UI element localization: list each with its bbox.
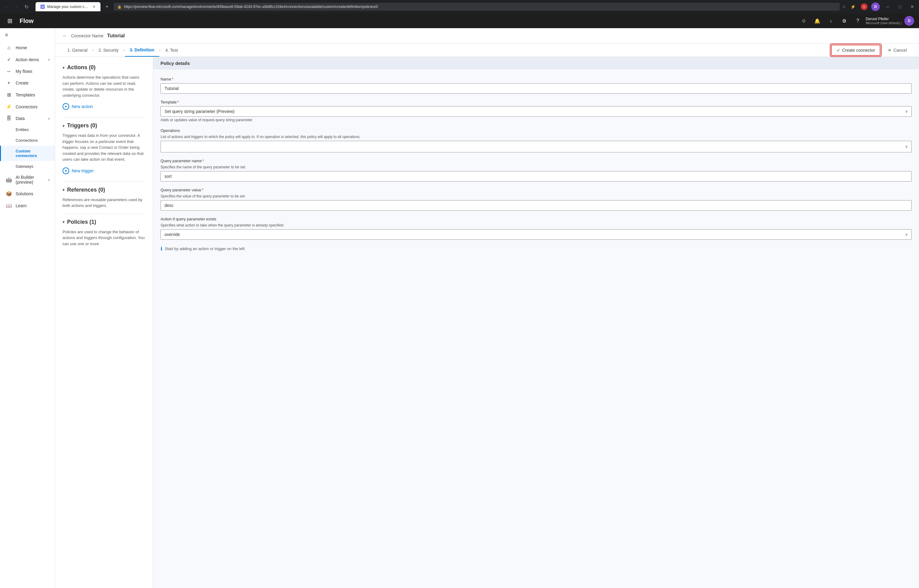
waffle-icon[interactable]: ⊞: [5, 16, 15, 26]
template-field: Template* Set query string parameter (Pr…: [160, 100, 912, 122]
settings-button[interactable]: ⚙: [839, 15, 850, 26]
policies-description: Policies are used to change the behavior…: [63, 229, 146, 247]
sidebar-item-action-items[interactable]: ✓ Action items ∨: [0, 53, 55, 66]
operations-input[interactable]: [160, 141, 912, 152]
new-trigger-button[interactable]: + New trigger: [63, 168, 94, 174]
policies-section-header: ▾ Policies (1): [63, 219, 146, 225]
sidebar-item-learn[interactable]: 📖 Learn: [0, 200, 55, 212]
step-general[interactable]: 1. General: [63, 44, 92, 57]
new-action-button[interactable]: + New action: [63, 103, 93, 110]
favorite-icon[interactable]: ☆: [842, 4, 846, 9]
sidebar-item-data[interactable]: 🗄 Data ∧: [0, 113, 55, 124]
step-actions: ✓ Create connector ✕ Cancel: [831, 45, 912, 56]
back-nav-button[interactable]: ←: [2, 2, 11, 11]
sidebar-create-label: Create: [16, 81, 29, 86]
step-security[interactable]: 2. Security: [94, 44, 123, 57]
user-name: Denzel Pfeifer: [866, 17, 902, 21]
references-collapse-icon[interactable]: ▾: [63, 187, 65, 192]
step-test-label: 4. Test: [165, 48, 178, 53]
sidebar-item-create[interactable]: + Create: [0, 77, 55, 89]
data-icon: 🗄: [6, 116, 12, 121]
template-select[interactable]: Set query string parameter (Preview): [160, 106, 912, 116]
sidebar-item-my-flows[interactable]: ↔ My flows: [0, 66, 55, 77]
sidebar: ≡ ⌂ Home ✓ Action items ∨ ↔ My flows + C…: [0, 28, 55, 588]
emoji-button[interactable]: ☺: [798, 15, 809, 26]
sidebar-item-templates[interactable]: ⊞ Templates: [0, 89, 55, 101]
query-param-name-required: *: [202, 158, 204, 163]
sidebar-collapse-button[interactable]: ≡: [0, 28, 55, 42]
new-tab-button[interactable]: +: [103, 2, 111, 11]
step-general-label: 1. General: [67, 48, 87, 53]
create-icon: +: [6, 80, 12, 86]
action-if-exists-select-wrapper: override ∨: [160, 229, 912, 240]
sidebar-item-connections[interactable]: Connections: [0, 135, 55, 146]
left-panel: ▾ Actions (0) Actions determine the oper…: [55, 57, 153, 588]
back-button[interactable]: ←: [63, 33, 67, 39]
browser-actions: ⚡ O D ─ □ ✕: [849, 2, 917, 11]
policies-collapse-icon[interactable]: ▾: [63, 220, 65, 225]
user-avatar[interactable]: D: [904, 16, 914, 26]
main-area: ≡ ⌂ Home ✓ Action items ∨ ↔ My flows + C…: [0, 28, 919, 588]
name-input[interactable]: [160, 83, 912, 94]
sidebar-learn-label: Learn: [16, 203, 27, 208]
triggers-collapse-icon[interactable]: ▾: [63, 123, 65, 128]
sidebar-custom-connectors-label: Custom connectors: [16, 149, 50, 158]
policies-title: Policies (1): [67, 219, 96, 225]
profile-button[interactable]: D: [871, 2, 880, 11]
query-param-name-input[interactable]: [160, 171, 912, 181]
sidebar-item-ai-builder[interactable]: 🤖 AI Builder (preview) ∨: [0, 172, 55, 187]
bottom-hint: ℹ Start by adding an action or trigger o…: [160, 246, 912, 252]
action-if-exists-hint: Specifies what action to take when the q…: [160, 223, 912, 228]
ai-builder-arrow: ∨: [48, 178, 50, 181]
user-org: Microsoft (new default) (: [866, 21, 902, 25]
template-hint: Adds or updates value of request query s…: [160, 118, 912, 122]
refresh-button[interactable]: ↻: [22, 2, 31, 11]
close-window-button[interactable]: ✕: [908, 2, 917, 11]
sidebar-item-solutions[interactable]: 📦 Solutions: [0, 187, 55, 200]
actions-collapse-icon[interactable]: ▾: [63, 65, 65, 70]
step-definition[interactable]: 3. Definition: [125, 44, 159, 57]
sidebar-item-connectors[interactable]: ⚡ Connectors: [0, 101, 55, 113]
extensions-button[interactable]: ⚡: [849, 2, 857, 11]
download-button[interactable]: ↓: [825, 15, 836, 26]
step-test[interactable]: 4. Test: [160, 44, 183, 57]
sidebar-data-label: Data: [16, 116, 25, 121]
forward-nav-button[interactable]: →: [12, 2, 21, 11]
step-security-label: 2. Security: [98, 48, 118, 53]
sidebar-ai-builder-label: AI Builder (preview): [16, 175, 44, 184]
tab-close-button[interactable]: ✕: [92, 5, 96, 9]
query-param-value-field: Query parameter value* Specifies the val…: [160, 187, 912, 211]
operations-description: List of actions and triggers to which th…: [160, 135, 912, 139]
learn-icon: 📖: [6, 203, 12, 208]
create-connector-button[interactable]: ✓ Create connector: [831, 45, 880, 56]
address-bar[interactable]: 🔒 https://preview.flow.microsoft.com/man…: [113, 3, 840, 11]
new-trigger-label: New trigger: [72, 168, 94, 173]
template-label: Template*: [160, 100, 912, 104]
top-nav: ⊞ Flow ☺ 🔔 ↓ ⚙ ? Denzel Pfeifer Microsof…: [0, 13, 919, 28]
sidebar-action-items-label: Action items: [16, 57, 39, 62]
sidebar-item-home[interactable]: ⌂ Home: [0, 42, 55, 53]
query-param-value-input[interactable]: [160, 200, 912, 211]
templates-icon: ⊞: [6, 92, 12, 98]
browser-tab[interactable]: M Manage your custom connectors ✕: [36, 2, 100, 11]
app-name: Flow: [19, 18, 34, 24]
opera-button[interactable]: O: [861, 3, 867, 10]
browser-nav: ← → ↻: [2, 2, 31, 11]
action-if-exists-select[interactable]: override: [160, 229, 912, 240]
content-area: ← Connector Name Tutorial 1. General › 2…: [55, 28, 919, 588]
maximize-button[interactable]: □: [896, 2, 904, 11]
query-param-name-field: Query parameter name* Specifies the name…: [160, 158, 912, 181]
home-icon: ⌂: [6, 45, 12, 50]
help-button[interactable]: ?: [852, 15, 863, 26]
section-divider-1: [63, 117, 146, 118]
bell-button[interactable]: 🔔: [812, 15, 823, 26]
breadcrumb-title: Tutorial: [107, 33, 125, 39]
sidebar-item-gateways[interactable]: Gateways: [0, 161, 55, 172]
sidebar-item-custom-connectors[interactable]: Custom connectors: [0, 146, 55, 161]
create-check-icon: ✓: [836, 48, 840, 53]
references-description: References are reusable parameters used …: [63, 197, 146, 209]
right-panel: Policy details Name*: [153, 57, 919, 588]
sidebar-item-entities[interactable]: Entities: [0, 124, 55, 135]
minimize-button[interactable]: ─: [883, 2, 892, 11]
cancel-button[interactable]: ✕ Cancel: [883, 45, 912, 55]
